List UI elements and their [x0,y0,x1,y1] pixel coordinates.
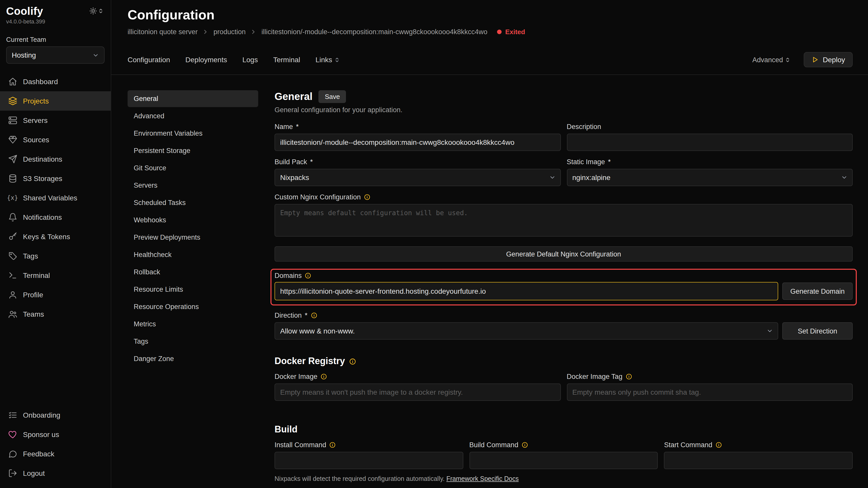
sidebar-item-tags[interactable]: Tags [0,246,111,266]
sidebar-item-destinations[interactable]: Destinations [0,150,111,169]
sidebar-item-label: Profile [23,291,43,299]
domains-input[interactable] [275,282,778,300]
info-icon[interactable] [364,194,370,200]
sidebar-item-label: Dashboard [23,77,58,86]
breadcrumb-environment[interactable]: production [214,28,246,36]
subnav-item-environment-variables[interactable]: Environment Variables [128,125,258,142]
tab-deployments[interactable]: Deployments [185,56,227,64]
sidebar-item-label: Logout [23,469,45,477]
set-direction-button[interactable]: Set Direction [782,322,853,339]
generate-domain-button[interactable]: Generate Domain [782,283,853,300]
theme-toggle[interactable] [89,7,103,15]
name-input[interactable] [275,134,561,151]
static-image-select[interactable]: nginx:alpine [567,169,853,186]
sidebar-item-label: Servers [23,116,48,124]
install-command-input[interactable] [275,452,463,469]
framework-docs-link[interactable]: Framework Specific Docs [446,475,519,482]
subnav-item-general[interactable]: General [128,90,258,107]
description-input[interactable] [567,134,853,151]
subnav-item-persistent-storage[interactable]: Persistent Storage [128,142,258,159]
info-icon[interactable] [311,312,317,319]
advanced-toggle[interactable]: Advanced [752,56,791,64]
subnav-item-servers[interactable]: Servers [128,177,258,194]
info-icon[interactable] [626,373,632,380]
save-button[interactable]: Save [319,90,346,103]
sidebar-item-keys-tokens[interactable]: Keys & Tokens [0,227,111,246]
chevron-down-icon [841,174,847,181]
chevrons-up-down-icon [334,57,340,62]
breadcrumb-application[interactable]: illicitestonion/-module--decomposition:m… [261,28,487,36]
subnav-item-git-source[interactable]: Git Source [128,160,258,176]
docker-image-input[interactable] [275,384,561,401]
build-pack-value: Nixpacks [280,173,309,182]
team-select[interactable]: Hosting [6,46,104,64]
subnav-item-rollback[interactable]: Rollback [128,264,258,281]
sidebar-item-label: Onboarding [23,411,60,419]
subnav-item-advanced[interactable]: Advanced [128,107,258,124]
general-subtitle: General configuration for your applicati… [275,106,853,114]
chevron-down-icon [767,328,773,334]
sidebar-nav: Dashboard Projects Servers Sources Desti… [0,72,111,324]
sidebar-item-s3-storages[interactable]: S3 Storages [0,169,111,188]
tab-terminal[interactable]: Terminal [273,56,300,64]
sidebar-item-terminal[interactable]: Terminal [0,266,111,285]
info-icon[interactable] [349,358,356,365]
subnav-item-tags[interactable]: Tags [128,333,258,350]
sidebar-item-notifications[interactable]: Notifications [0,207,111,227]
sidebar-item-onboarding[interactable]: Onboarding [0,405,111,425]
start-command-input[interactable] [664,452,853,469]
sidebar-item-feedback[interactable]: Feedback [0,444,111,463]
docker-registry-heading: Docker Registry [275,356,853,367]
tab-logs[interactable]: Logs [242,56,258,64]
sidebar-item-sponsor[interactable]: Sponsor us [0,425,111,444]
deploy-button[interactable]: Deploy [804,52,853,67]
build-command-label: Build Command [469,441,658,449]
chevron-right-icon [202,29,209,35]
generate-nginx-button[interactable]: Generate Default Nginx Configuration [275,246,853,262]
info-icon[interactable] [330,442,336,448]
terminal-icon [8,270,17,280]
tab-configuration[interactable]: Configuration [128,56,170,64]
team-select-value: Hosting [12,51,36,59]
subnav-item-scheduled-tasks[interactable]: Scheduled Tasks [128,194,258,211]
subnav-item-webhooks[interactable]: Webhooks [128,212,258,228]
sidebar-item-teams[interactable]: Teams [0,304,111,324]
direction-select[interactable]: Allow www & non-www. [275,322,778,339]
sidebar-item-servers[interactable]: Servers [0,111,111,130]
info-icon[interactable] [521,442,528,448]
info-icon[interactable] [305,272,312,279]
tabs-bar: Configuration Deployments Logs Terminal … [111,52,868,75]
general-heading: General [275,91,313,102]
sidebar-item-label: Tags [23,252,38,260]
key-icon [8,232,17,241]
build-pack-select[interactable]: Nixpacks [275,169,561,186]
subnav-item-healthcheck[interactable]: Healthcheck [128,246,258,263]
nginx-config-textarea[interactable] [275,204,853,237]
sidebar-item-label: Sponsor us [23,430,59,438]
domains-label: Domains [275,272,853,280]
breadcrumb: illicitonion quote server production ill… [128,28,853,36]
docker-image-tag-input[interactable] [567,384,853,401]
info-icon[interactable] [715,442,722,448]
subnav-item-resource-limits[interactable]: Resource Limits [128,281,258,298]
sidebar-item-projects[interactable]: Projects [0,91,111,111]
subnav-item-metrics[interactable]: Metrics [128,316,258,332]
sidebar-item-dashboard[interactable]: Dashboard [0,72,111,91]
build-heading: Build [275,424,853,435]
tab-links[interactable]: Links [316,56,340,64]
sidebar-item-profile[interactable]: Profile [0,285,111,304]
database-icon [8,174,17,183]
subnav-item-resource-operations[interactable]: Resource Operations [128,298,258,315]
info-icon[interactable] [320,373,327,380]
sidebar-item-sources[interactable]: Sources [0,130,111,150]
breadcrumb-project[interactable]: illicitonion quote server [128,28,198,36]
braces-x-icon: {x} [8,193,17,203]
build-command-input[interactable] [469,452,658,469]
sidebar-item-logout[interactable]: Logout [0,463,111,483]
sidebar-item-label: Feedback [23,450,54,458]
description-label: Description [567,123,853,131]
sidebar-item-shared-variables[interactable]: {x} Shared Variables [0,188,111,207]
subnav-item-preview-deployments[interactable]: Preview Deployments [128,229,258,246]
nginx-config-label: Custom Nginx Configuration [275,193,853,201]
subnav-item-danger-zone[interactable]: Danger Zone [128,350,258,367]
